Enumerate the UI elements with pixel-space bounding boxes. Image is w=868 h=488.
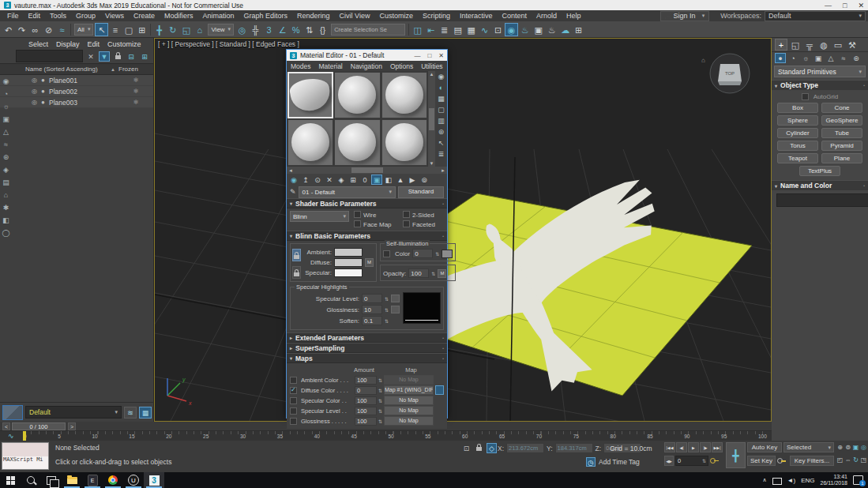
- rollout-maps[interactable]: Maps: [287, 353, 447, 363]
- menu-item[interactable]: Animation: [197, 12, 239, 20]
- slots-horizontal-scrollbar[interactable]: ◄ ►: [287, 167, 447, 174]
- material-editor-menu-item[interactable]: Modes: [287, 62, 315, 70]
- maxscript-listener-line[interactable]: MAXScript Mi: [2, 456, 48, 469]
- material-sample-slot[interactable]: [381, 119, 427, 166]
- highlight-value[interactable]: 0.1: [362, 316, 382, 325]
- object-type-button[interactable]: GeoSphere: [821, 115, 862, 126]
- filter-materials-icon[interactable]: ✱: [3, 204, 9, 212]
- object-type-button[interactable]: Pyramid: [821, 141, 862, 151]
- set-key-button[interactable]: Set Key: [747, 456, 776, 466]
- spinner-icon[interactable]: ⇅: [385, 296, 389, 302]
- filter-all-icon[interactable]: ◉: [3, 77, 9, 85]
- spinner-icon[interactable]: ⇅: [435, 251, 439, 257]
- map-enable-checkbox[interactable]: [290, 397, 297, 404]
- assign-material-to-selection-icon[interactable]: ⊙: [312, 175, 323, 185]
- menu-item[interactable]: Views: [100, 12, 129, 20]
- visibility-icon[interactable]: ◎: [30, 77, 39, 84]
- isolate-selection-icon[interactable]: ⊡: [461, 443, 472, 453]
- menu-item[interactable]: Help: [562, 12, 586, 20]
- angle-snap-icon[interactable]: ∠: [276, 23, 289, 36]
- object-type-button[interactable]: Box: [777, 103, 818, 113]
- material-sample-slot[interactable]: [287, 72, 333, 118]
- object-name[interactable]: Plane001: [47, 77, 118, 84]
- viewcube[interactable]: TOP ⌂: [701, 54, 750, 93]
- sample-tiling-icon[interactable]: ▢: [438, 106, 445, 114]
- menu-item[interactable]: Customize: [374, 12, 418, 20]
- visibility-icon[interactable]: ◎: [30, 99, 39, 106]
- render-production-icon[interactable]: ♨: [545, 23, 558, 36]
- map-lock-icon[interactable]: [435, 385, 444, 395]
- sign-in-button[interactable]: Sign In: [660, 11, 710, 21]
- key-selection-filter-dropdown[interactable]: Selected: [783, 442, 834, 452]
- menu-item[interactable]: Group: [71, 12, 100, 20]
- maximize-viewport-icon[interactable]: ◳: [860, 455, 867, 466]
- frame-nudge-icon[interactable]: ◀▶: [664, 456, 674, 466]
- menu-item[interactable]: Edit: [24, 12, 46, 20]
- time-slider-handle[interactable]: 0 / 100: [12, 422, 66, 430]
- mini-curve-editor-icon[interactable]: ∿: [8, 432, 14, 440]
- highlight-map-button[interactable]: [391, 295, 400, 302]
- zoom-extents-icon[interactable]: ▣: [852, 442, 859, 453]
- filter-bones-icon[interactable]: ▤: [2, 178, 9, 186]
- go-forward-to-sibling-icon[interactable]: ▶: [407, 175, 418, 185]
- select-by-name-icon[interactable]: ≡: [108, 23, 122, 36]
- filter-cameras-icon[interactable]: ▣: [2, 115, 9, 123]
- display-tab[interactable]: ▭: [832, 39, 844, 51]
- ambient-color-swatch[interactable]: [334, 248, 363, 257]
- object-type-button[interactable]: Sphere: [777, 115, 818, 126]
- material-editor-menu-item[interactable]: Utilities: [417, 62, 446, 70]
- spinner-icon[interactable]: ⇅: [378, 408, 382, 414]
- pan-icon[interactable]: ⇔: [844, 455, 851, 466]
- map-enable-checkbox[interactable]: [290, 418, 297, 425]
- opacity-map-button[interactable]: M: [438, 269, 446, 278]
- spinner-icon[interactable]: ⇅: [385, 307, 389, 313]
- material-name-dropdown[interactable]: 01 - Default: [299, 186, 396, 198]
- object-type-button[interactable]: Plane: [821, 153, 862, 163]
- go-to-end-icon[interactable]: ▶▶|: [712, 442, 723, 452]
- current-frame-field[interactable]: 0⇅: [675, 456, 708, 466]
- primitive-category-dropdown[interactable]: Standard Primitives: [774, 66, 866, 77]
- scene-object-row[interactable]: ◎ ● Plane002 ✱: [0, 86, 153, 97]
- rollout-supersampling[interactable]: SuperSampling: [287, 343, 447, 353]
- autogrid-checkbox[interactable]: [802, 93, 809, 100]
- previous-frame-icon[interactable]: ◀|: [676, 442, 687, 452]
- space-warps-icon[interactable]: ≈: [838, 53, 849, 63]
- filter-frozen-icon[interactable]: ◧: [2, 216, 9, 224]
- highlight-map-button[interactable]: [391, 306, 400, 313]
- select-and-place-icon[interactable]: ⌂: [193, 23, 206, 36]
- filter-containers-icon[interactable]: ⌂: [4, 191, 8, 199]
- render-presets-icon[interactable]: ⊞: [572, 23, 585, 36]
- rectangular-selection-region-icon[interactable]: ▢: [122, 23, 135, 36]
- motion-tab[interactable]: ◍: [817, 39, 830, 51]
- map-slot-button[interactable]: No Map: [384, 396, 434, 405]
- key-mode-toggle-icon[interactable]: [710, 457, 716, 465]
- reset-map-icon[interactable]: ✕: [324, 175, 335, 185]
- next-frame-icon[interactable]: |▶: [700, 442, 711, 452]
- map-amount-field[interactable]: 100: [355, 376, 377, 385]
- object-type-button[interactable]: Cone: [821, 103, 862, 113]
- menu-item[interactable]: Arnold: [532, 12, 562, 20]
- select-and-manipulate-icon[interactable]: ╬: [249, 23, 262, 36]
- zoom-all-icon[interactable]: ⊚: [844, 442, 851, 453]
- filter-helpers-icon[interactable]: △: [3, 128, 9, 136]
- explorer-settings-icon[interactable]: ≋: [124, 407, 137, 419]
- bind-to-space-warp-icon[interactable]: ≈: [55, 23, 69, 36]
- me-maximize-icon[interactable]: □: [427, 52, 431, 59]
- explorer-layout-icon[interactable]: ▦: [139, 407, 152, 419]
- selection-filter-dropdown[interactable]: All: [74, 24, 93, 36]
- object-name[interactable]: Plane002: [47, 88, 118, 96]
- shader-checkbox[interactable]: Wire: [354, 211, 400, 219]
- layer-manager-icon[interactable]: ≣: [438, 23, 451, 36]
- menu-item[interactable]: Modifiers: [160, 12, 198, 20]
- shapes-icon[interactable]: ◔: [787, 53, 798, 63]
- named-selection-set-field[interactable]: Create Selection Se: [331, 24, 405, 36]
- y-coordinate-field[interactable]: 184.317cm: [555, 443, 593, 453]
- redo-icon[interactable]: ↷: [15, 23, 28, 36]
- helpers-icon[interactable]: △: [825, 53, 836, 63]
- select-by-material-icon[interactable]: ↖: [438, 139, 445, 147]
- frozen-state-icon[interactable]: ✱: [118, 88, 153, 95]
- spinner-icon[interactable]: ⇅: [385, 318, 389, 324]
- rendered-frame-window-icon[interactable]: ▣: [532, 23, 545, 36]
- material-map-navigator-icon[interactable]: ≣: [438, 150, 445, 158]
- object-type-button[interactable]: Teapot: [777, 153, 818, 163]
